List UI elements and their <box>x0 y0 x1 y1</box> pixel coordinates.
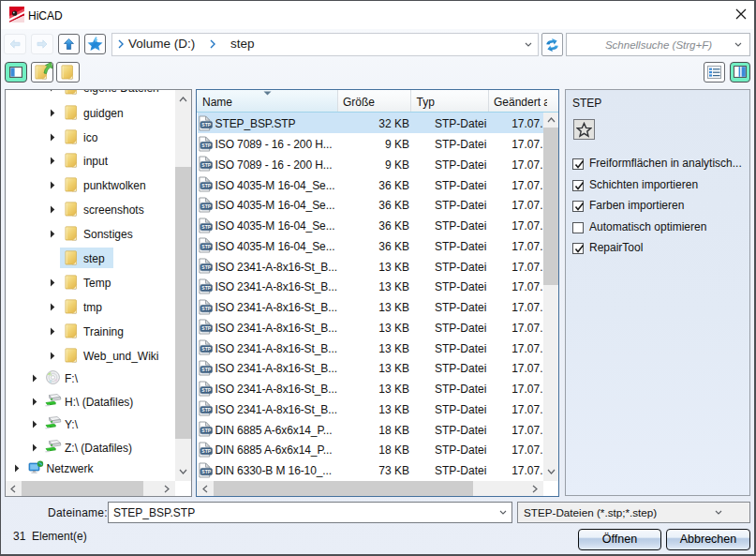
svg-text:STP: STP <box>201 183 211 188</box>
svg-text:STP: STP <box>201 203 211 209</box>
svg-text:STP: STP <box>201 448 211 454</box>
svg-text:STP: STP <box>201 264 211 270</box>
svg-text:STP: STP <box>201 223 211 229</box>
svg-text:STP: STP <box>201 325 211 331</box>
svg-text:STP: STP <box>201 244 211 249</box>
svg-text:STP: STP <box>201 285 211 291</box>
svg-text:STP: STP <box>201 387 211 393</box>
svg-text:STP: STP <box>201 346 211 352</box>
svg-text:STP: STP <box>201 367 211 372</box>
svg-text:STP: STP <box>201 306 211 311</box>
svg-text:STP: STP <box>201 162 211 168</box>
svg-text:STP: STP <box>201 407 211 413</box>
svg-text:STP: STP <box>201 469 211 474</box>
svg-text:STP: STP <box>201 142 211 147</box>
svg-text:STP: STP <box>201 122 211 128</box>
svg-text:STP: STP <box>201 428 211 433</box>
